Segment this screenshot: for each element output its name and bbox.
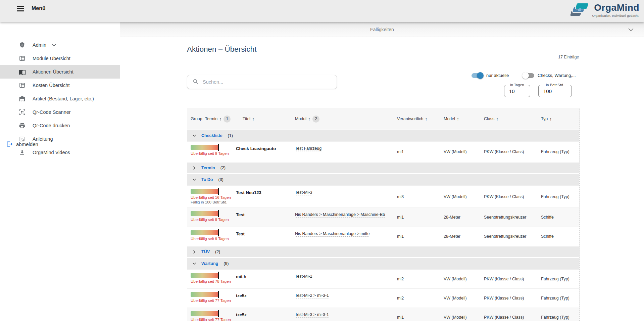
group-row-todo[interactable]: To Do (3) <box>187 174 579 185</box>
verantwortlich-cell: mi1 <box>390 208 437 227</box>
table-icon <box>18 55 26 62</box>
sidebar-item-kosten-uebersicht[interactable]: Kosten Übersicht <box>0 79 120 92</box>
logout-link[interactable]: abmelden <box>6 140 38 148</box>
sidebar-item-admin[interactable]: Admin <box>0 38 120 52</box>
hamburger-menu-button[interactable]: Menü <box>17 5 46 11</box>
sidebar-item-artikel[interactable]: Artikel (Bestand, Lager, etc.) <box>0 92 120 105</box>
toggle-checks-wartung[interactable]: Checks, Wartung,... <box>523 73 576 78</box>
progress-bar <box>191 292 219 297</box>
sort-order-badge: 2 <box>312 116 319 123</box>
table-row[interactable]: Überfällig seit 9 Tagen Check Leasingaut… <box>187 141 579 162</box>
sidebar-item-label: Qr-Code drucken <box>33 123 70 128</box>
modul-link[interactable]: Test-Mi-2 <box>295 274 312 279</box>
table-row[interactable]: Überfällig seit 16 Tagen Fällig in 100 B… <box>187 185 579 208</box>
open-book-icon <box>18 68 26 76</box>
model-cell: 28-Meter <box>437 208 478 227</box>
sidebar-item-label: Module Übersicht <box>33 56 70 61</box>
typ-cell: Fahrzeug (Typ) <box>535 270 579 288</box>
download-icon <box>18 149 26 156</box>
table-header: Group Termin↑1 Titel↑ Modul↑2 Verantwort… <box>187 108 579 130</box>
logo-text: OrgaMind <box>594 2 639 13</box>
group-row-wartung[interactable]: Wartung (9) <box>187 258 579 269</box>
shield-icon <box>18 41 26 49</box>
modul-link[interactable]: Nis Randers > Maschinenanlage > mitte <box>295 231 369 236</box>
titel-cell: tze5z <box>236 308 290 321</box>
table-row[interactable]: Überfällig seit 77 Tagen tze5z Test-Mi-2… <box>187 288 579 308</box>
chevron-down-icon <box>191 261 197 266</box>
sidebar-item-label: Aktionen Übersicht <box>33 69 73 75</box>
group-name: TÜV <box>201 249 210 254</box>
table-row[interactable]: Überfällig seit 9 Tagen Test Nis Randers… <box>187 227 579 246</box>
orgamind-logo-icon <box>570 2 589 19</box>
modul-link[interactable]: Test-Mi-2 > mi-3-1 <box>295 293 329 298</box>
group-name: Termin <box>201 166 215 170</box>
table-row[interactable]: Überfällig seit 77 Tagen tze5z Test-Mi-3… <box>187 308 579 321</box>
qr-scanner-icon <box>18 108 26 116</box>
group-row-checkliste[interactable]: Checkliste (1) <box>187 130 579 141</box>
toggle-track <box>472 73 483 78</box>
progress-bar <box>191 145 219 150</box>
sort-chip-titel[interactable]: Titel↑ <box>243 116 254 122</box>
group-name: Wartung <box>201 261 218 266</box>
sort-chip-model[interactable]: Model↑ <box>444 116 459 122</box>
sort-chip-class[interactable]: Class↑ <box>484 116 498 122</box>
sort-up-icon: ↑ <box>308 116 310 122</box>
sort-chip-verantwortlich[interactable]: Verantwortlich↑ <box>397 116 428 122</box>
faelligkeiten-accordion-header[interactable]: Fälligkeiten <box>120 22 644 37</box>
class-cell: Seenotrettungskreuzer <box>478 208 535 227</box>
modul-link[interactable]: Nis Randers > Maschinenanlage > Maschine… <box>295 212 385 217</box>
class-cell: PKW (Klasse / Class) <box>478 186 535 208</box>
chevron-down-icon[interactable] <box>627 26 635 35</box>
sidebar-item-qr-code-drucken[interactable]: Qr-Code drucken <box>0 119 120 132</box>
page-title: Aktionen – Übersicht <box>187 45 257 54</box>
titel-cell: Test <box>236 227 290 246</box>
sort-up-icon: ↑ <box>549 116 552 122</box>
model-cell: 28-Meter <box>437 227 478 246</box>
in-betr-std-input[interactable] <box>539 85 572 97</box>
progress-marker <box>218 144 219 151</box>
sidebar-item-orgamind-videos[interactable]: OrgaMind Videos <box>0 146 120 159</box>
sidebar-item-label: Qr-Code Scanner <box>33 109 71 115</box>
main-content: Fälligkeiten Aktionen – Übersicht 17 Ein… <box>120 22 644 321</box>
in-tagen-input[interactable] <box>504 85 530 97</box>
model-cell: VW (Modell) <box>437 308 478 321</box>
group-count: (9) <box>224 261 229 266</box>
modul-link[interactable]: Test Fahrzeug <box>295 146 321 151</box>
toggle-label: nur aktuelle <box>486 73 509 78</box>
progress-bar <box>191 230 219 235</box>
search-input[interactable] <box>202 79 330 85</box>
toggle-nur-aktuelle[interactable]: nur aktuelle <box>472 73 509 78</box>
group-name: Checkliste <box>201 133 222 138</box>
modul-link[interactable]: Test-Mi-3 > mi-3-1 <box>295 312 329 317</box>
sidebar-item-qr-code-scanner[interactable]: Qr-Code Scanner <box>0 105 120 119</box>
app-root: Menü OrgaMind Organisation. Individuell … <box>0 0 644 321</box>
table-row[interactable]: Überfällig seit 78 Tagen mit h Test-Mi-2… <box>187 269 579 288</box>
progress-marker <box>218 229 219 236</box>
typ-cell: Fahrzeug (Typ) <box>535 289 579 308</box>
class-cell: PKW (Klasse / Class) <box>478 270 535 288</box>
modul-link[interactable]: Test-Mi-3 <box>295 190 312 195</box>
progress-marker <box>218 291 219 298</box>
search-icon <box>192 78 199 86</box>
sort-chip-termin[interactable]: Termin↑1 <box>205 116 231 123</box>
sidebar-item-label: OrgaMind Videos <box>33 150 70 155</box>
group-row-termin[interactable]: Termin (2) <box>187 162 579 174</box>
sidebar-item-module-uebersicht[interactable]: Module Übersicht <box>0 52 120 65</box>
group-row-tuev[interactable]: TÜV (2) <box>187 246 579 258</box>
search-box <box>187 75 337 89</box>
typ-cell: Schiffe <box>535 227 579 246</box>
sidebar-item-aktionen-uebersicht[interactable]: Aktionen Übersicht <box>0 65 120 79</box>
verantwortlich-cell: mi2 <box>390 270 437 288</box>
class-cell: PKW (Klasse / Class) <box>478 142 535 162</box>
sort-chip-modul[interactable]: Modul↑2 <box>295 116 319 123</box>
toggle-knob <box>522 72 529 79</box>
typ-cell: Fahrzeug (Typ) <box>535 186 579 208</box>
sidebar-item-label: Admin <box>33 42 46 48</box>
typ-cell: Schiffe <box>535 208 579 227</box>
chevron-down-icon <box>191 177 197 182</box>
logout-icon <box>6 140 13 148</box>
table-row[interactable]: Überfällig seit 9 Tagen Test Nis Randers… <box>187 208 579 227</box>
faelligkeiten-title: Fälligkeiten <box>370 27 394 32</box>
sort-chip-typ[interactable]: Typ↑ <box>541 116 552 122</box>
in-tagen-field: in Tagen <box>504 85 530 97</box>
